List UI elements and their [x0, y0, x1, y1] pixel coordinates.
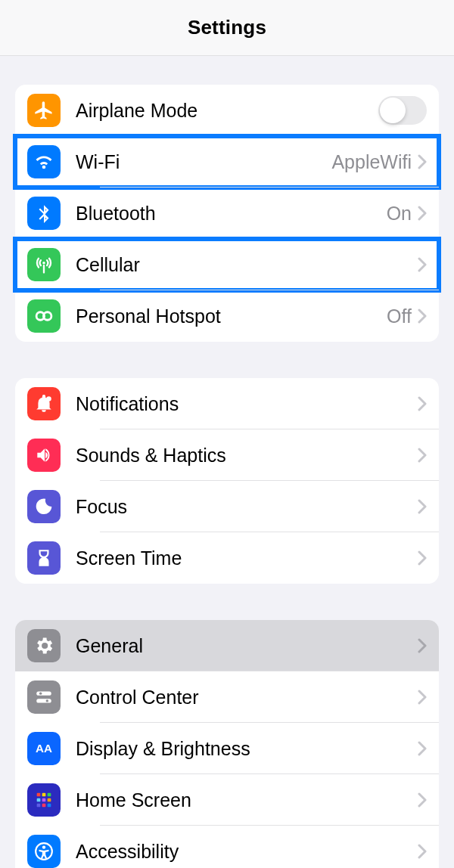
row-control-center[interactable]: Control Center [15, 671, 439, 723]
svg-rect-4 [36, 691, 51, 695]
notifications-icon [27, 387, 61, 420]
row-general[interactable]: General [15, 620, 439, 671]
row-display-brightness[interactable]: AA Display & Brightness [15, 723, 439, 774]
accessibility-label: Accessibility [76, 841, 418, 863]
svg-rect-17 [48, 804, 51, 808]
svg-point-19 [42, 845, 45, 848]
chevron-right-icon [418, 257, 427, 272]
row-bluetooth[interactable]: Bluetooth On [15, 188, 439, 239]
row-accessibility[interactable]: Accessibility [15, 826, 439, 868]
svg-rect-11 [48, 793, 51, 797]
page-title: Settings [188, 16, 266, 39]
svg-rect-16 [42, 804, 46, 808]
accessibility-icon [27, 835, 61, 868]
airplane-icon [27, 94, 61, 127]
chevron-right-icon [418, 154, 427, 169]
chevron-right-icon [418, 741, 427, 756]
svg-rect-10 [42, 793, 46, 797]
notifications-label: Notifications [76, 393, 418, 415]
header: Settings [0, 0, 454, 56]
row-home-screen[interactable]: Home Screen [15, 774, 439, 826]
chevron-right-icon [418, 792, 427, 808]
chevron-right-icon [418, 690, 427, 705]
screen-time-icon [27, 541, 61, 575]
toggle-knob [380, 98, 406, 123]
svg-rect-15 [37, 804, 41, 808]
wifi-value: AppleWifi [331, 151, 412, 173]
svg-point-3 [46, 396, 51, 401]
svg-point-7 [46, 699, 48, 702]
row-wifi[interactable]: Wi-Fi AppleWifi [15, 136, 439, 188]
airplane-toggle[interactable] [378, 96, 427, 125]
bluetooth-label: Bluetooth [76, 203, 387, 225]
wifi-label: Wi-Fi [76, 151, 331, 173]
row-focus[interactable]: Focus [15, 481, 439, 532]
svg-rect-14 [48, 798, 51, 802]
home-screen-icon [27, 783, 61, 817]
chevron-right-icon [418, 448, 427, 463]
general-icon [27, 629, 61, 662]
hotspot-icon [27, 299, 61, 333]
chevron-right-icon [418, 308, 427, 324]
svg-point-0 [42, 262, 45, 265]
hotspot-label: Personal Hotspot [76, 305, 387, 327]
svg-rect-12 [37, 798, 41, 802]
home-screen-label: Home Screen [76, 789, 418, 811]
row-airplane-mode[interactable]: Airplane Mode [15, 85, 439, 136]
focus-icon [27, 490, 61, 523]
svg-text:AA: AA [36, 742, 52, 755]
hotspot-value: Off [387, 305, 412, 327]
focus-label: Focus [76, 496, 418, 518]
row-sounds-haptics[interactable]: Sounds & Haptics [15, 429, 439, 481]
cellular-label: Cellular [76, 254, 418, 276]
row-cellular[interactable]: Cellular [15, 239, 439, 290]
control-center-icon [27, 680, 61, 714]
chevron-right-icon [418, 499, 427, 514]
general-label: General [76, 635, 418, 657]
control-center-label: Control Center [76, 687, 418, 708]
sounds-icon [27, 439, 61, 472]
chevron-right-icon [418, 844, 427, 859]
display-label: Display & Brightness [76, 738, 418, 760]
chevron-right-icon [418, 638, 427, 653]
row-notifications[interactable]: Notifications [15, 378, 439, 429]
notifications-group: Notifications Sounds & Haptics Focus [15, 378, 439, 584]
connectivity-group: Airplane Mode Wi-Fi AppleWifi Bluetooth … [15, 85, 439, 342]
svg-rect-13 [42, 798, 46, 802]
wifi-icon [27, 145, 61, 178]
general-group: General Control Center AA Display & Brig… [15, 620, 439, 868]
screen-time-label: Screen Time [76, 547, 418, 569]
chevron-right-icon [418, 206, 427, 221]
chevron-right-icon [418, 550, 427, 566]
airplane-label: Airplane Mode [76, 100, 378, 122]
bluetooth-icon [27, 197, 61, 230]
sounds-label: Sounds & Haptics [76, 445, 418, 467]
bluetooth-value: On [387, 203, 412, 225]
cellular-icon [27, 248, 61, 281]
svg-rect-5 [36, 699, 51, 702]
row-personal-hotspot[interactable]: Personal Hotspot Off [15, 290, 439, 342]
display-icon: AA [27, 732, 61, 765]
chevron-right-icon [418, 396, 427, 411]
row-screen-time[interactable]: Screen Time [15, 532, 439, 584]
svg-rect-9 [37, 793, 41, 797]
settings-content: Airplane Mode Wi-Fi AppleWifi Bluetooth … [0, 56, 454, 868]
svg-point-6 [39, 692, 42, 694]
